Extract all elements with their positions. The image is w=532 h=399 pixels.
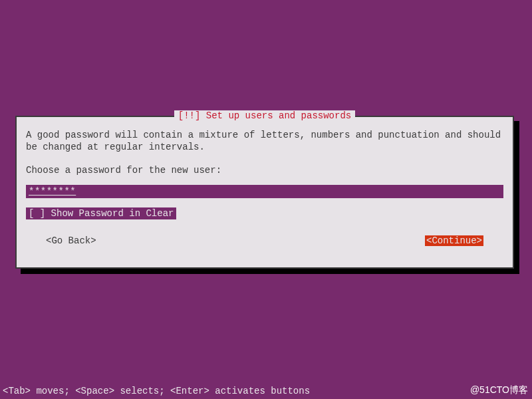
watermark: @51CTO博客 — [470, 384, 528, 396]
dialog-title: [!!] Set up users and passwords — [174, 110, 355, 121]
continue-button[interactable]: <Continue> — [425, 235, 483, 246]
password-prompt: Choose a password for the new user: — [26, 165, 503, 176]
dialog-title-wrapper: [!!] Set up users and passwords — [17, 110, 513, 121]
password-dialog: [!!] Set up users and passwords A good p… — [15, 116, 514, 269]
button-row: <Go Back> <Continue> — [26, 235, 503, 246]
show-password-checkbox[interactable]: [ ] Show Password in Clear — [26, 207, 176, 219]
go-back-button[interactable]: <Go Back> — [46, 235, 96, 246]
help-text: A good password will contain a mixture o… — [26, 129, 503, 153]
password-input[interactable]: ******** — [26, 185, 503, 198]
status-bar: <Tab> moves; <Space> selects; <Enter> ac… — [3, 386, 310, 396]
dialog-content: A good password will contain a mixture o… — [17, 117, 513, 255]
